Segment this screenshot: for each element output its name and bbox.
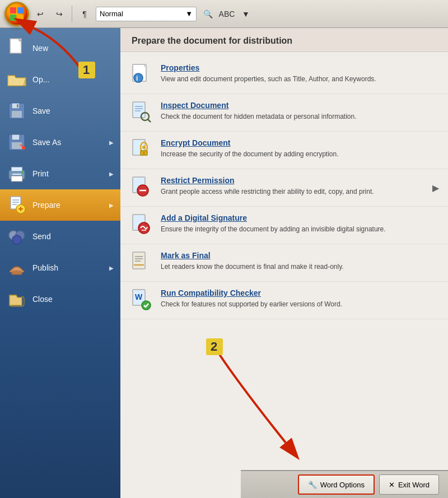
print-label: Print — [32, 169, 104, 178]
svg-point-42 — [142, 146, 146, 149]
publish-label: Publish — [32, 263, 104, 272]
sidebar-item-publish[interactable]: Publish ▶ — [0, 252, 120, 283]
inspect-desc: Check the document for hidden metadata o… — [161, 112, 439, 122]
close-label: Close — [32, 295, 114, 304]
sidebar-item-saveas[interactable]: Save As ▶ — [0, 127, 120, 158]
sidebar-item-new[interactable]: New — [0, 32, 120, 64]
restrict-desc: Grant people access while restricting th… — [161, 187, 424, 197]
quick-access-icon: ▼ — [242, 10, 250, 18]
print-arrow-icon: ▶ — [109, 171, 114, 177]
final-desc: Let readers know the document is final a… — [161, 262, 439, 272]
svg-rect-15 — [11, 176, 22, 181]
main-area: New Op... Save — [0, 28, 448, 498]
style-dropdown[interactable]: Normal ▼ — [96, 7, 197, 21]
final-content: Mark as Final Let readers know the docum… — [161, 251, 439, 272]
compat-content: Run Compatibility Checker Check for feat… — [161, 288, 439, 309]
dropdown-arrow-icon: ▼ — [185, 10, 193, 18]
encrypt-title: Encrypt Document — [161, 138, 439, 147]
right-panel: Prepare the document for distribution i … — [120, 28, 448, 498]
saveas-icon — [7, 132, 27, 152]
word-options-icon: 🔧 — [308, 481, 317, 489]
print-icon — [7, 164, 27, 184]
signature-icon — [129, 213, 153, 237]
style-value: Normal — [100, 10, 123, 18]
open-label: Op... — [32, 75, 114, 84]
signature-desc: Ensure the integrity of the document by … — [161, 225, 439, 234]
panel-item-properties[interactable]: i Properties View and edit document prop… — [120, 57, 448, 94]
paragraph-icon: ¶ — [82, 10, 87, 18]
restrict-content: Restrict Permission Grant people access … — [161, 176, 424, 197]
restrict-submenu-arrow-icon: ▶ — [432, 183, 439, 193]
sidebar-item-save[interactable]: Save — [0, 95, 120, 127]
send-icon — [7, 226, 27, 246]
panel-item-compat[interactable]: W Run Compatibility Checker Check for fe… — [120, 282, 448, 319]
prepare-label: Prepare — [32, 201, 104, 210]
inspect-icon — [129, 101, 153, 124]
prepare-arrow-icon: ▶ — [109, 202, 114, 208]
prepare-icon — [7, 195, 27, 215]
panel-item-restrict[interactable]: Restrict Permission Grant people access … — [120, 169, 448, 207]
word-options-button[interactable]: 🔧 Word Options — [298, 474, 375, 495]
svg-rect-9 — [12, 134, 20, 140]
saveas-arrow-icon: ▶ — [109, 139, 114, 146]
exit-word-icon: ✕ — [389, 481, 395, 489]
zoom-icon: 🔍 — [203, 10, 213, 18]
send-label: Send — [32, 232, 114, 241]
sidebar-item-open[interactable]: Op... — [0, 64, 120, 95]
redo-icon: ↪ — [56, 10, 63, 18]
encrypt-desc: Increase the security of the document by… — [161, 150, 439, 159]
inspect-content: Inspect Document Check the document for … — [161, 101, 439, 122]
zoom-button[interactable]: 🔍 — [200, 6, 216, 22]
publish-arrow-icon: ▶ — [109, 265, 114, 271]
svg-rect-34 — [133, 102, 145, 118]
new-icon — [7, 38, 27, 58]
exit-word-button[interactable]: ✕ Exit Word — [379, 474, 439, 495]
restrict-icon — [129, 176, 153, 199]
publish-icon — [7, 258, 27, 278]
compat-title: Run Compatibility Checker — [161, 288, 439, 297]
sidebar-item-print[interactable]: Print ▶ — [0, 158, 120, 189]
toolbar-separator — [72, 6, 72, 22]
quick-access-button[interactable]: ▼ — [238, 6, 254, 22]
properties-content: Properties View and edit document proper… — [161, 63, 439, 84]
encrypt-icon — [129, 138, 153, 162]
office-logo-icon — [9, 6, 25, 22]
redo-button[interactable]: ↪ — [52, 6, 67, 22]
spellcheck-icon: ABC — [219, 10, 235, 18]
signature-title: Add a Digital Signature — [161, 213, 439, 222]
sidebar: New Op... Save — [0, 28, 120, 498]
sidebar-item-prepare[interactable]: Prepare ▶ — [0, 189, 120, 221]
panel-item-inspect[interactable]: Inspect Document Check the document for … — [120, 94, 448, 132]
svg-point-27 — [12, 235, 21, 244]
svg-line-39 — [148, 119, 151, 122]
svg-rect-51 — [133, 252, 145, 269]
svg-point-17 — [21, 171, 24, 174]
svg-text:i: i — [136, 75, 138, 82]
properties-title: Properties — [161, 63, 439, 72]
properties-icon: i — [129, 63, 153, 87]
sidebar-item-close[interactable]: Close — [0, 283, 120, 315]
exit-word-label: Exit Word — [398, 481, 430, 489]
undo-button[interactable]: ↩ — [32, 6, 48, 22]
panel-title: Prepare the document for distribution — [132, 36, 292, 45]
paragraph-marks-button[interactable]: ¶ — [77, 6, 92, 22]
panel-item-encrypt[interactable]: Encrypt Document Increase the security o… — [120, 132, 448, 169]
office-button[interactable] — [4, 2, 29, 26]
panel-header: Prepare the document for distribution — [120, 28, 448, 52]
svg-rect-6 — [12, 111, 22, 118]
new-label: New — [32, 44, 114, 53]
panel-item-signature[interactable]: Add a Digital Signature Ensure the integ… — [120, 207, 448, 244]
save-icon — [7, 101, 27, 121]
sidebar-item-send[interactable]: Send — [0, 221, 120, 252]
panel-item-final[interactable]: Mark as Final Let readers know the docum… — [120, 244, 448, 282]
toolbar: ↩ ↪ ¶ Normal ▼ 🔍 ABC ▼ — [0, 0, 448, 28]
svg-point-32 — [134, 73, 143, 82]
svg-rect-16 — [12, 174, 21, 175]
encrypt-content: Encrypt Document Increase the security o… — [161, 138, 439, 159]
inspect-title: Inspect Document — [161, 101, 439, 110]
final-title: Mark as Final — [161, 251, 439, 260]
svg-rect-55 — [134, 264, 144, 266]
save-label: Save — [32, 106, 114, 115]
signature-content: Add a Digital Signature Ensure the integ… — [161, 213, 439, 234]
spellcheck-button[interactable]: ABC — [219, 6, 235, 22]
